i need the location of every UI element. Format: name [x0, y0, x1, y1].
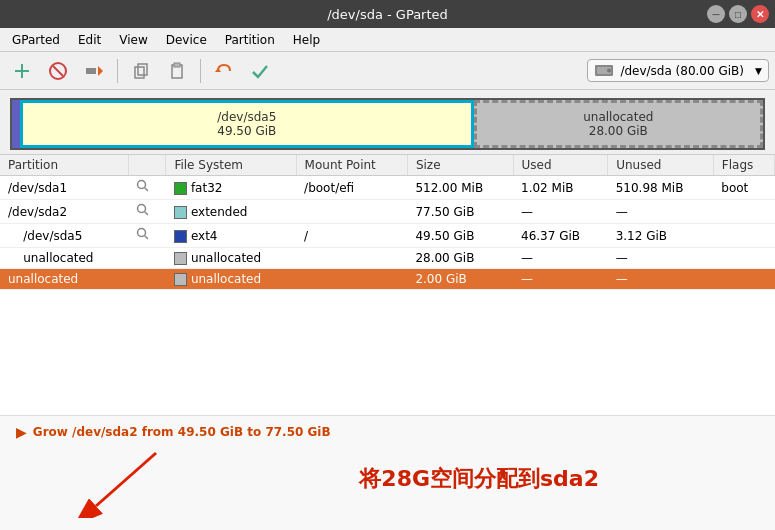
- menu-gparted[interactable]: GParted: [4, 31, 68, 49]
- mount-point: [296, 248, 407, 269]
- partition-size: 512.00 MiB: [407, 176, 513, 200]
- partition-unused: 3.12 GiB: [608, 224, 714, 248]
- annotation-area: ▶ Grow /dev/sda2 from 49.50 GiB to 77.50…: [0, 415, 775, 530]
- svg-line-3: [53, 66, 63, 76]
- device-selector[interactable]: /dev/sda (80.00 GiB): [587, 59, 769, 82]
- partition-unused: —: [608, 269, 714, 290]
- new-partition-button[interactable]: [6, 56, 38, 86]
- mount-point: [296, 269, 407, 290]
- table-row[interactable]: /dev/sda2extended77.50 GiB——: [0, 200, 775, 224]
- table-row[interactable]: unallocatedunallocated2.00 GiB——: [0, 269, 775, 290]
- menu-partition[interactable]: Partition: [217, 31, 283, 49]
- close-button[interactable]: ✕: [751, 5, 769, 23]
- partition-name: /dev/sda2: [0, 200, 128, 224]
- main-content: /dev/sda5 49.50 GiB unallocated 28.00 Gi…: [0, 90, 775, 530]
- col-mountpoint: Mount Point: [296, 155, 407, 176]
- svg-point-16: [138, 205, 146, 213]
- svg-rect-4: [86, 68, 96, 74]
- arrow-annotation-area: 将28G空间分配到sda2: [16, 446, 759, 521]
- partition-flags: boot: [713, 176, 774, 200]
- window-title: /dev/sda - GParted: [327, 7, 448, 22]
- partition-name: unallocated: [0, 248, 128, 269]
- partition-name: /dev/sda1: [0, 176, 128, 200]
- partition-table: Partition File System Mount Point Size U…: [0, 155, 775, 290]
- window-controls: ─ □ ✕: [707, 5, 769, 23]
- svg-rect-1: [21, 64, 23, 78]
- col-size: Size: [407, 155, 513, 176]
- disk-visual: /dev/sda5 49.50 GiB unallocated 28.00 Gi…: [10, 98, 765, 150]
- paste-button[interactable]: [161, 56, 193, 86]
- filesystem-type: fat32: [166, 176, 296, 200]
- partition-flags: [713, 224, 774, 248]
- partition-search-icon: [128, 248, 166, 269]
- minimize-button[interactable]: ─: [707, 5, 725, 23]
- partition-size: 2.00 GiB: [407, 269, 513, 290]
- partition-search-icon: [128, 269, 166, 290]
- table-row[interactable]: /dev/sda5ext4/49.50 GiB46.37 GiB3.12 GiB: [0, 224, 775, 248]
- partition-unused: 510.98 MiB: [608, 176, 714, 200]
- filesystem-type: unallocated: [166, 248, 296, 269]
- svg-line-17: [145, 212, 149, 216]
- dv-unalloc-size: 28.00 GiB: [589, 124, 648, 138]
- svg-marker-5: [98, 66, 103, 76]
- table-row[interactable]: unallocatedunallocated28.00 GiB——: [0, 248, 775, 269]
- svg-rect-7: [138, 64, 147, 75]
- chinese-annotation: 将28G空间分配到sda2: [359, 464, 599, 494]
- delete-partition-button[interactable]: [42, 56, 74, 86]
- menu-view[interactable]: View: [111, 31, 155, 49]
- partition-used: 1.02 MiB: [513, 176, 608, 200]
- menu-device[interactable]: Device: [158, 31, 215, 49]
- partition-search-icon[interactable]: [128, 176, 166, 200]
- col-icon: [128, 155, 166, 176]
- partition-search-icon[interactable]: [128, 224, 166, 248]
- dv-unalloc-label: unallocated: [583, 110, 653, 124]
- svg-line-15: [145, 188, 149, 192]
- partition-name: unallocated: [0, 269, 128, 290]
- partition-size: 77.50 GiB: [407, 200, 513, 224]
- partition-unused: —: [608, 200, 714, 224]
- dv-sda5-label: /dev/sda5: [217, 110, 276, 124]
- pending-operation: ▶ Grow /dev/sda2 from 49.50 GiB to 77.50…: [16, 424, 759, 440]
- title-bar: /dev/sda - GParted ─ □ ✕: [0, 0, 775, 28]
- disk-visual-unallocated[interactable]: unallocated 28.00 GiB: [474, 100, 763, 148]
- filesystem-type: extended: [166, 200, 296, 224]
- partition-search-icon[interactable]: [128, 200, 166, 224]
- svg-rect-6: [135, 67, 144, 78]
- undo-button[interactable]: [208, 56, 240, 86]
- mount-point: [296, 200, 407, 224]
- table-row[interactable]: /dev/sda1fat32/boot/efi512.00 MiB1.02 Mi…: [0, 176, 775, 200]
- mount-point: /boot/efi: [296, 176, 407, 200]
- svg-point-14: [138, 181, 146, 189]
- mount-point: /: [296, 224, 407, 248]
- apply-button[interactable]: [244, 56, 276, 86]
- toolbar-separator-1: [117, 59, 118, 83]
- partition-used: —: [513, 269, 608, 290]
- red-arrow-icon: [76, 448, 196, 518]
- toolbar-separator-2: [200, 59, 201, 83]
- resize-button[interactable]: [78, 56, 110, 86]
- partition-size: 28.00 GiB: [407, 248, 513, 269]
- menu-bar: GParted Edit View Device Partition Help: [0, 28, 775, 52]
- partition-flags: [713, 269, 774, 290]
- filesystem-type: unallocated: [166, 269, 296, 290]
- svg-line-19: [145, 236, 149, 240]
- disk-visual-sda5[interactable]: /dev/sda5 49.50 GiB: [20, 100, 474, 148]
- maximize-button[interactable]: □: [729, 5, 747, 23]
- col-filesystem: File System: [166, 155, 296, 176]
- partition-name: /dev/sda5: [0, 224, 128, 248]
- partition-unused: —: [608, 248, 714, 269]
- table-header-row: Partition File System Mount Point Size U…: [0, 155, 775, 176]
- partition-flags: [713, 200, 774, 224]
- menu-help[interactable]: Help: [285, 31, 328, 49]
- svg-rect-9: [174, 63, 180, 67]
- col-unused: Unused: [608, 155, 714, 176]
- dv-sda5-size: 49.50 GiB: [217, 124, 276, 138]
- partition-size: 49.50 GiB: [407, 224, 513, 248]
- menu-edit[interactable]: Edit: [70, 31, 109, 49]
- copy-button[interactable]: [125, 56, 157, 86]
- filesystem-type: ext4: [166, 224, 296, 248]
- device-label: /dev/sda (80.00 GiB): [620, 64, 744, 78]
- partition-used: —: [513, 200, 608, 224]
- partition-flags: [713, 248, 774, 269]
- svg-line-21: [96, 453, 156, 506]
